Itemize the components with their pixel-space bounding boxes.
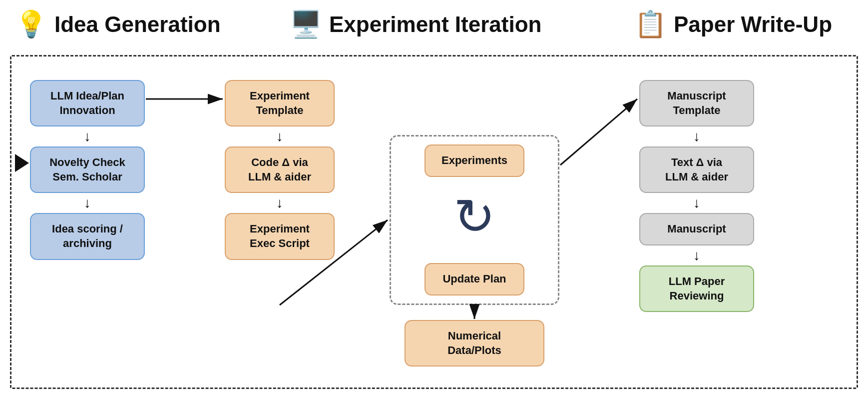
- box-manuscript-text: Manuscript: [667, 222, 726, 235]
- arrow-idea-2: ↓: [30, 193, 145, 213]
- box-novelty-check-text: Novelty CheckSem. Scholar: [49, 156, 125, 183]
- box-experiments: Experiments: [425, 144, 524, 177]
- box-exp-template: ExperimentTemplate: [225, 80, 335, 126]
- box-novelty-check: Novelty CheckSem. Scholar: [30, 146, 145, 193]
- flow-area: LLM Idea/PlanInnovation ↓ Novelty CheckS…: [10, 65, 858, 390]
- arrow-exp-2: ↓: [225, 193, 335, 213]
- box-exp-exec-text: ExperimentExec Script: [250, 222, 310, 250]
- main-container: 💡 Idea Generation 🖥️ Experiment Iteratio…: [0, 0, 868, 409]
- box-numerical-data: NumericalData/Plots: [405, 320, 544, 366]
- box-update-plan: Update Plan: [425, 263, 524, 296]
- box-manuscript: Manuscript: [639, 213, 754, 246]
- header-idea: 💡 Idea Generation: [15, 9, 221, 40]
- arrow-paper-1: ↓: [639, 126, 754, 146]
- box-llm-reviewing: LLM PaperReviewing: [639, 266, 754, 312]
- idea-column: LLM Idea/PlanInnovation ↓ Novelty CheckS…: [30, 80, 145, 260]
- box-code-delta: Code Δ viaLLM & aider: [225, 146, 335, 193]
- box-idea-scoring: Idea scoring /archiving: [30, 213, 145, 260]
- svg-line-3: [560, 99, 637, 165]
- update-plan-wrapper: Update Plan: [425, 263, 524, 296]
- box-exp-exec: ExperimentExec Script: [225, 213, 335, 260]
- box-exp-template-text: ExperimentTemplate: [250, 90, 310, 116]
- box-text-delta: Text Δ viaLLM & aider: [639, 146, 754, 193]
- entry-arrow: [15, 154, 29, 172]
- idea-icon: 💡: [15, 9, 47, 40]
- header-experiment: 🖥️ Experiment Iteration: [290, 9, 541, 40]
- box-llm-reviewing-text: LLM PaperReviewing: [669, 275, 725, 302]
- arrow-paper-2: ↓: [639, 193, 754, 213]
- paper-column: ManuscriptTemplate ↓ Text Δ viaLLM & aid…: [639, 80, 754, 312]
- box-llm-idea: LLM Idea/PlanInnovation: [30, 80, 145, 126]
- box-manuscript-template-text: ManuscriptTemplate: [667, 90, 726, 116]
- box-text-delta-text: Text Δ viaLLM & aider: [665, 156, 728, 183]
- numerical-data-wrapper: NumericalData/Plots: [405, 320, 544, 366]
- box-experiments-text: Experiments: [441, 154, 507, 166]
- paper-title: Paper Write-Up: [674, 12, 832, 37]
- iteration-dashed-box: Experiments ↻ Update Plan: [390, 135, 559, 305]
- refresh-icon: ↻: [453, 192, 495, 242]
- box-numerical-data-text: NumericalData/Plots: [447, 330, 501, 356]
- box-update-plan-text: Update Plan: [442, 272, 506, 285]
- arrow-idea-1: ↓: [30, 126, 145, 146]
- arrow-paper-3: ↓: [639, 246, 754, 266]
- experiment-column: ExperimentTemplate ↓ Code Δ viaLLM & aid…: [225, 80, 335, 260]
- arrow-exp-1: ↓: [225, 126, 335, 146]
- header-paper: 📋 Paper Write-Up: [634, 9, 832, 40]
- box-manuscript-template: ManuscriptTemplate: [639, 80, 754, 126]
- box-idea-scoring-text: Idea scoring /archiving: [52, 222, 123, 250]
- iteration-inner: Experiments: [425, 144, 524, 177]
- experiment-title: Experiment Iteration: [329, 12, 541, 37]
- box-llm-idea-text: LLM Idea/PlanInnovation: [50, 90, 124, 116]
- paper-icon: 📋: [634, 9, 667, 40]
- experiment-icon: 🖥️: [290, 9, 322, 40]
- idea-title: Idea Generation: [54, 12, 221, 37]
- box-code-delta-text: Code Δ viaLLM & aider: [248, 156, 311, 183]
